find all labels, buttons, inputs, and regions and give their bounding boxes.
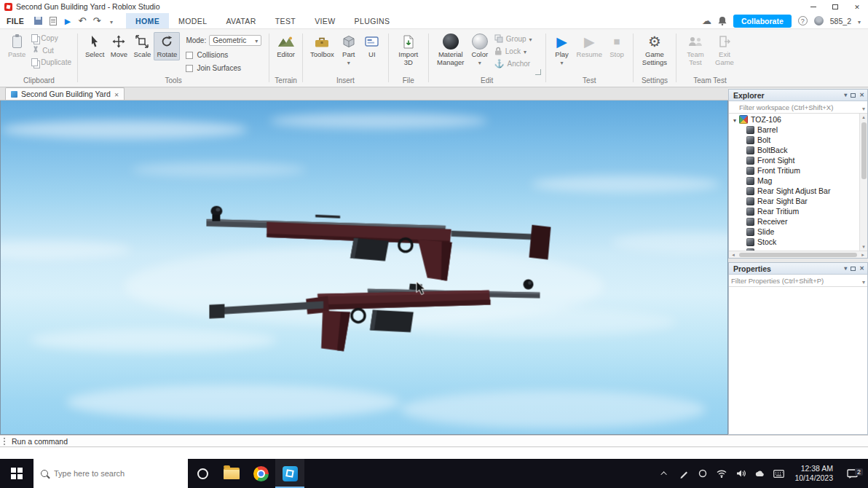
- scroll-left-icon[interactable]: [729, 251, 738, 259]
- ink-workspace-button[interactable]: [675, 459, 693, 488]
- part-dropdown-chevron-icon[interactable]: [347, 59, 350, 67]
- toolbox-button[interactable]: Toolbox: [307, 32, 337, 60]
- scroll-down-icon[interactable]: [860, 243, 867, 251]
- join-surfaces-checkbox[interactable]: [186, 65, 193, 72]
- duplicate-button[interactable]: Duplicate: [31, 58, 71, 66]
- explorer-item[interactable]: Receiver: [729, 216, 859, 227]
- maximize-button[interactable]: [824, 0, 846, 13]
- close-panel-icon[interactable]: [859, 265, 864, 272]
- drag-grip-icon[interactable]: [3, 437, 6, 445]
- explorer-item[interactable]: BoltBack: [729, 145, 859, 155]
- close-button[interactable]: [846, 0, 868, 13]
- tray-expand-button[interactable]: [656, 459, 674, 488]
- material-manager-button[interactable]: Material Manager: [433, 32, 468, 68]
- taskbar-search[interactable]: [33, 459, 188, 488]
- taskbar-search-input[interactable]: [54, 469, 181, 478]
- paste-button[interactable]: Paste: [5, 32, 28, 60]
- filter-options-chevron-icon[interactable]: [862, 274, 865, 287]
- collaborate-button[interactable]: Collaborate: [733, 15, 792, 28]
- publish-cloud-icon[interactable]: [702, 15, 711, 26]
- touch-keyboard-button[interactable]: [770, 459, 787, 488]
- explorer-item[interactable]: Slide: [729, 227, 859, 237]
- play-dropdown-chevron-icon[interactable]: [561, 59, 564, 67]
- edit-group-launcher[interactable]: [535, 69, 541, 75]
- ui-button[interactable]: UI: [360, 32, 384, 60]
- help-icon[interactable]: ?: [798, 16, 808, 25]
- file-explorer-button[interactable]: [217, 459, 246, 488]
- explorer-item[interactable]: Rear Sight Adjust Bar: [729, 186, 859, 196]
- volume-tray-button[interactable]: [732, 459, 749, 488]
- quick-play-button[interactable]: [60, 15, 75, 28]
- username[interactable]: 585_2: [830, 17, 851, 25]
- collisions-checkbox[interactable]: [186, 52, 193, 59]
- minimize-button[interactable]: [802, 0, 824, 13]
- explorer-item[interactable]: Barrel: [729, 125, 859, 135]
- chrome-button[interactable]: [246, 459, 275, 488]
- explorer-item-root[interactable]: TOZ-106: [729, 114, 859, 125]
- collisions-checkbox-row[interactable]: Collisions: [186, 51, 261, 59]
- float-panel-icon[interactable]: [851, 267, 856, 271]
- import-3d-button[interactable]: Import 3D: [393, 32, 424, 68]
- rotate-tool-button[interactable]: Rotate: [154, 32, 180, 60]
- explorer-item[interactable]: Rear Tritium: [729, 206, 859, 216]
- anchor-button[interactable]: Anchor: [494, 59, 532, 68]
- onedrive-tray-button[interactable]: [751, 459, 768, 488]
- action-center-button[interactable]: 2: [840, 468, 865, 479]
- roblox-studio-taskbar-button[interactable]: [275, 459, 304, 488]
- explorer-item[interactable]: Mag: [729, 176, 859, 186]
- scroll-up-icon[interactable]: [860, 114, 867, 121]
- game-settings-button[interactable]: Game Settings: [638, 32, 671, 68]
- exit-game-button[interactable]: Exit Game: [710, 32, 739, 68]
- tab-avatar[interactable]: AVATAR: [216, 13, 265, 28]
- tab-view[interactable]: VIEW: [305, 13, 344, 28]
- tab-plugins[interactable]: PLUGINS: [345, 13, 400, 28]
- user-menu-chevron-icon[interactable]: [858, 17, 861, 25]
- join-surfaces-checkbox-row[interactable]: Join Surfaces: [186, 64, 261, 72]
- filter-options-chevron-icon[interactable]: [862, 101, 865, 114]
- play-button[interactable]: Play: [551, 32, 574, 68]
- collapse-panel-icon[interactable]: [844, 92, 847, 98]
- properties-filter-input[interactable]: [731, 277, 860, 285]
- network-tray-button[interactable]: [713, 459, 730, 488]
- command-bar[interactable]: Run a command: [0, 435, 868, 447]
- open-button[interactable]: [46, 15, 60, 28]
- scroll-right-icon[interactable]: [859, 251, 867, 259]
- scale-tool-button[interactable]: Scale: [130, 32, 154, 60]
- collapse-panel-icon[interactable]: [844, 265, 847, 272]
- explorer-horizontal-scrollbar[interactable]: [729, 251, 867, 258]
- tab-home[interactable]: HOME: [126, 13, 169, 28]
- cut-button[interactable]: Cut: [31, 46, 71, 55]
- explorer-item[interactable]: Front Sight: [729, 155, 859, 165]
- 3d-viewport[interactable]: [0, 101, 728, 435]
- tab-model[interactable]: MODEL: [169, 13, 216, 28]
- color-dropdown-chevron-icon[interactable]: [478, 59, 481, 67]
- document-tab[interactable]: Second Gun Building Yard: [5, 87, 125, 100]
- scrollbar-thumb[interactable]: [739, 253, 857, 257]
- color-button[interactable]: Color: [468, 32, 492, 68]
- explorer-filter-input[interactable]: [739, 103, 860, 111]
- explorer-item[interactable]: Rear Sight Bar: [729, 196, 859, 206]
- bluetooth-tray-button[interactable]: [694, 459, 711, 488]
- explorer-vertical-scrollbar[interactable]: [859, 114, 867, 251]
- select-tool-button[interactable]: Select: [82, 32, 107, 60]
- float-panel-icon[interactable]: [851, 93, 856, 98]
- resume-button[interactable]: Resume: [574, 32, 605, 60]
- undo-button[interactable]: [75, 15, 90, 28]
- scrollbar-thumb[interactable]: [861, 122, 867, 179]
- file-menu[interactable]: FILE: [0, 17, 31, 25]
- team-test-button[interactable]: Team Test: [681, 32, 710, 68]
- stop-button[interactable]: Stop: [605, 32, 628, 60]
- mode-dropdown[interactable]: Geometric: [209, 35, 261, 46]
- tab-test[interactable]: TEST: [266, 13, 305, 28]
- explorer-item[interactable]: Stock: [729, 237, 859, 247]
- save-button[interactable]: [31, 15, 46, 28]
- explorer-item[interactable]: Bolt: [729, 135, 859, 145]
- explorer-item[interactable]: Front Tritium: [729, 165, 859, 176]
- cortana-button[interactable]: [188, 459, 217, 488]
- notifications-bell-icon[interactable]: [718, 16, 727, 25]
- tab-close-icon[interactable]: [114, 90, 119, 98]
- close-panel-icon[interactable]: [859, 92, 864, 98]
- group-button[interactable]: Group: [494, 34, 532, 43]
- start-button[interactable]: [0, 459, 33, 488]
- move-tool-button[interactable]: Move: [107, 32, 130, 60]
